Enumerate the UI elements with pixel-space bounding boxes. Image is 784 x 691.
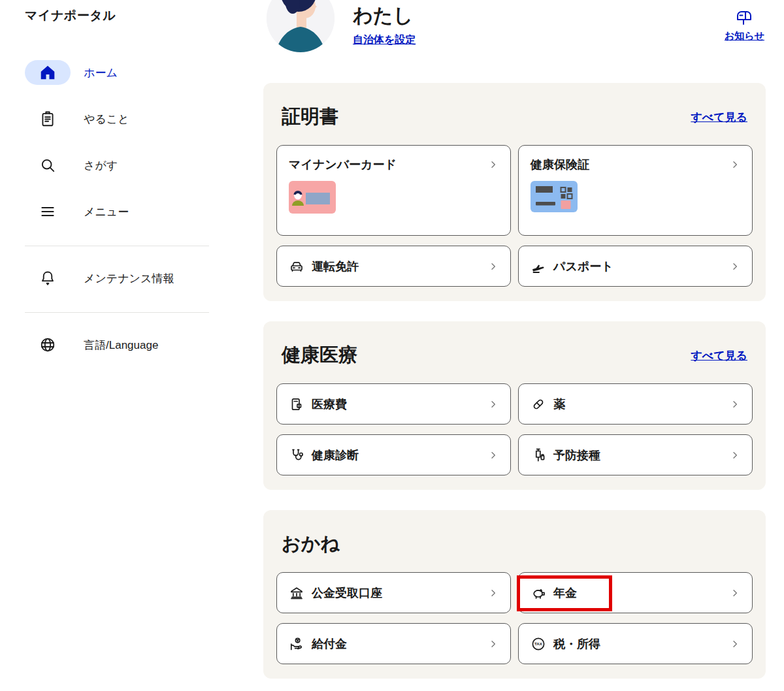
chevron-right-icon bbox=[488, 639, 498, 649]
see-all-link[interactable]: すべて見る bbox=[691, 110, 747, 125]
avatar-person-illustration bbox=[267, 0, 335, 52]
section-certificates: 証明書すべて見るマイナンバーカード健康保険証運転免許パスポート bbox=[263, 83, 766, 301]
card-label: 薬 bbox=[553, 396, 565, 412]
airplane-icon bbox=[531, 259, 546, 274]
chevron-right-icon bbox=[730, 399, 740, 410]
stethoscope-icon bbox=[289, 447, 304, 463]
section-health: 健康医療すべて見る医療費薬健康診断予防接種 bbox=[263, 321, 766, 490]
piggy-bank-icon bbox=[531, 585, 546, 601]
app-brand: マイナポータル bbox=[25, 7, 116, 24]
section-money: おかね公金受取口座年金給付金TAX税・所得 bbox=[263, 510, 766, 679]
menu-icon bbox=[25, 199, 71, 224]
hand-coin-icon bbox=[289, 636, 304, 652]
card-grid: 公金受取口座年金給付金TAX税・所得 bbox=[276, 572, 753, 664]
globe-icon bbox=[25, 332, 71, 357]
mynumber-card-graphic bbox=[289, 181, 498, 216]
chevron-right-icon bbox=[488, 261, 498, 272]
card-health-checkup[interactable]: 健康診断 bbox=[276, 434, 511, 475]
card-label: 年金 bbox=[553, 585, 577, 601]
section-header: 証明書すべて見る bbox=[282, 104, 747, 130]
card-label: 給付金 bbox=[312, 636, 347, 652]
sidebar-item-search[interactable]: さがす bbox=[25, 153, 223, 178]
insurance-card-graphic bbox=[531, 181, 740, 215]
card-grid: マイナンバーカード健康保険証運転免許パスポート bbox=[276, 145, 753, 287]
svg-text:TAX: TAX bbox=[534, 641, 543, 646]
chevron-right-icon bbox=[488, 450, 498, 460]
card-label: 公金受取口座 bbox=[312, 585, 382, 601]
section-header: 健康医療すべて見る bbox=[282, 342, 747, 368]
card-mynumber-card[interactable]: マイナンバーカード bbox=[276, 145, 511, 236]
card-label: マイナンバーカード bbox=[289, 157, 397, 172]
see-all-link[interactable]: すべて見る bbox=[691, 348, 747, 363]
card-public-funds-account[interactable]: 公金受取口座 bbox=[276, 572, 511, 613]
pill-icon bbox=[531, 396, 546, 412]
chevron-right-icon bbox=[730, 159, 740, 170]
section-header: おかね bbox=[282, 531, 747, 557]
section-title: おかね bbox=[282, 531, 340, 557]
section-title: 証明書 bbox=[282, 104, 338, 130]
sidebar-item-todo[interactable]: やること bbox=[25, 106, 223, 131]
sidebar-item-label: メニュー bbox=[84, 204, 129, 219]
card-label: 健康診断 bbox=[312, 447, 359, 463]
chevron-right-icon bbox=[730, 450, 740, 460]
set-municipality-link[interactable]: 自治体を設定 bbox=[353, 33, 416, 47]
notifications-label: お知らせ bbox=[725, 30, 764, 42]
sidebar-divider bbox=[25, 246, 209, 246]
card-label: 予防接種 bbox=[553, 447, 600, 463]
card-vaccination[interactable]: 予防接種 bbox=[518, 434, 753, 475]
card-label: パスポート bbox=[553, 259, 613, 274]
chevron-right-icon bbox=[730, 588, 740, 598]
sidebar-item-label: ホーム bbox=[84, 65, 118, 80]
card-title-row: 健康保険証 bbox=[531, 157, 740, 172]
mailbox-icon bbox=[734, 9, 754, 29]
section-title: 健康医療 bbox=[282, 342, 357, 368]
sidebar-item-language[interactable]: 言語/Language bbox=[25, 332, 223, 357]
chevron-right-icon bbox=[488, 159, 498, 170]
car-icon bbox=[289, 259, 304, 274]
bank-icon bbox=[289, 585, 304, 601]
card-label: 運転免許 bbox=[312, 259, 359, 274]
sidebar-item-menu[interactable]: メニュー bbox=[25, 199, 223, 224]
card-health-insurance-card[interactable]: 健康保険証 bbox=[518, 145, 753, 236]
receipt-icon bbox=[289, 396, 304, 412]
card-label: 健康保険証 bbox=[531, 157, 589, 172]
card-drivers-license[interactable]: 運転免許 bbox=[276, 246, 511, 287]
profile-name: わたし bbox=[353, 4, 416, 27]
sidebar-item-label: 言語/Language bbox=[84, 338, 158, 353]
avatar bbox=[267, 0, 335, 52]
profile-info: わたし 自治体を設定 bbox=[353, 4, 416, 47]
card-pension[interactable]: 年金 bbox=[518, 572, 753, 613]
card-grid: 医療費薬健康診断予防接種 bbox=[276, 383, 753, 475]
bell-icon bbox=[25, 266, 71, 291]
card-title-row: マイナンバーカード bbox=[289, 157, 498, 172]
tax-icon: TAX bbox=[531, 636, 546, 652]
sidebar-item-maintenance[interactable]: メンテナンス情報 bbox=[25, 266, 223, 291]
card-label: 医療費 bbox=[312, 396, 347, 412]
sidebar: マイナポータル ホームやることさがすメニューメンテナンス情報言語/Languag… bbox=[0, 0, 248, 691]
search-icon bbox=[25, 153, 71, 178]
card-medical-expenses[interactable]: 医療費 bbox=[276, 383, 511, 425]
sections: 証明書すべて見るマイナンバーカード健康保険証運転免許パスポート健康医療すべて見る… bbox=[263, 83, 766, 679]
sidebar-item-home[interactable]: ホーム bbox=[25, 60, 223, 85]
sidebar-item-label: やること bbox=[84, 112, 129, 127]
sidebar-item-label: メンテナンス情報 bbox=[84, 271, 174, 286]
card-medicine[interactable]: 薬 bbox=[518, 383, 753, 425]
card-benefits[interactable]: 給付金 bbox=[276, 623, 511, 664]
tasks-icon bbox=[25, 106, 71, 131]
main-content: わたし 自治体を設定 お知らせ 証明書すべて見るマイナンバーカード健康保険証運転… bbox=[263, 0, 766, 691]
sidebar-divider bbox=[25, 312, 209, 313]
card-tax-income[interactable]: TAX税・所得 bbox=[518, 623, 753, 664]
chevron-right-icon bbox=[488, 399, 498, 410]
chevron-right-icon bbox=[730, 639, 740, 649]
home-icon bbox=[25, 60, 71, 85]
sidebar-item-label: さがす bbox=[84, 158, 118, 173]
notifications-button[interactable]: お知らせ bbox=[725, 9, 764, 42]
profile-header: わたし 自治体を設定 お知らせ bbox=[263, 0, 766, 73]
card-passport[interactable]: パスポート bbox=[518, 246, 753, 287]
chevron-right-icon bbox=[488, 588, 498, 598]
syringe-icon bbox=[531, 447, 546, 463]
sidebar-nav: ホームやることさがすメニューメンテナンス情報言語/Language bbox=[0, 60, 248, 379]
card-label: 税・所得 bbox=[553, 636, 600, 652]
chevron-right-icon bbox=[730, 261, 740, 272]
